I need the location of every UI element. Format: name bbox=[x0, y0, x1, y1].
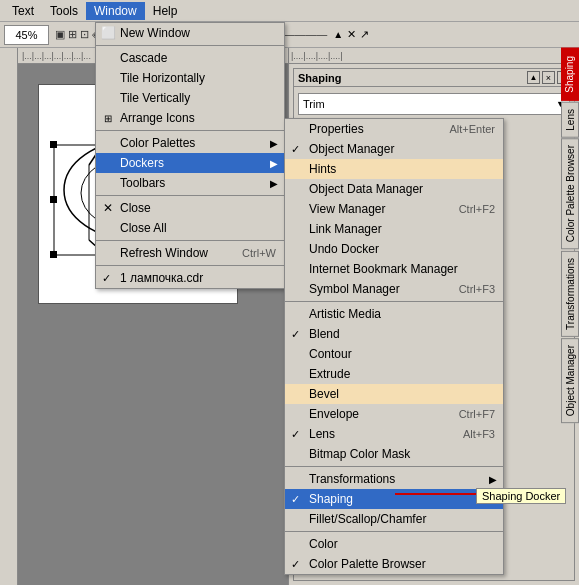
dockers-extrude[interactable]: Extrude bbox=[285, 364, 503, 384]
dockers-symbol[interactable]: Symbol Manager Ctrl+F3 bbox=[285, 279, 503, 299]
menu-tile-h[interactable]: Tile Horizontally bbox=[96, 68, 284, 88]
dockers-object-data[interactable]: Object Data Manager bbox=[285, 179, 503, 199]
close-panel-icon[interactable]: ✕ bbox=[347, 28, 356, 41]
ruler-left bbox=[0, 48, 18, 585]
vtab-object-manager[interactable]: Object Manager bbox=[561, 338, 579, 423]
toolbar: ▣ ⊞ ⊡ ◈ ◉ ✦ 300 millimeters ↠ Shaping ——… bbox=[0, 22, 579, 48]
dockers-artistic-media[interactable]: Artistic Media bbox=[285, 304, 503, 324]
menu-tools[interactable]: Tools bbox=[42, 2, 86, 20]
minimize-button[interactable]: ▲ bbox=[527, 71, 540, 84]
dockers-object-manager[interactable]: ✓ Object Manager bbox=[285, 139, 503, 159]
menu-refresh[interactable]: Refresh Window Ctrl+W bbox=[96, 243, 284, 263]
menu-toolbars[interactable]: Toolbars ▶ bbox=[96, 173, 284, 193]
dockers-blend[interactable]: ✓ Blend bbox=[285, 324, 503, 344]
dockers-sep3 bbox=[285, 531, 503, 532]
shaping-title: Shaping bbox=[298, 72, 341, 84]
dockers-contour[interactable]: Contour bbox=[285, 344, 503, 364]
blend-check-icon: ✓ bbox=[291, 328, 300, 341]
dockers-lens[interactable]: ✓ Lens Alt+F3 bbox=[285, 424, 503, 444]
menu-text[interactable]: Text bbox=[4, 2, 42, 20]
menu-close-all[interactable]: Close All bbox=[96, 218, 284, 238]
svg-rect-7 bbox=[50, 251, 57, 258]
dockers-bookmark[interactable]: Internet Bookmark Manager bbox=[285, 259, 503, 279]
dockers-color[interactable]: Color bbox=[285, 534, 503, 554]
shaping-check-icon: ✓ bbox=[291, 493, 300, 506]
menu-cascade[interactable]: Cascade bbox=[96, 48, 284, 68]
menu-color-palettes[interactable]: Color Palettes ▶ bbox=[96, 133, 284, 153]
dockers-hints[interactable]: Hints bbox=[285, 159, 503, 179]
menu-close[interactable]: ✕ Close bbox=[96, 198, 284, 218]
arrange-icons-icon: ⊞ bbox=[100, 110, 116, 126]
zoom-input[interactable] bbox=[4, 25, 49, 45]
new-window-icon: ⬜ bbox=[100, 25, 116, 41]
shaping-mode-dropdown[interactable]: Trim ▼ bbox=[298, 93, 570, 115]
color-palettes-arrow-icon: ▶ bbox=[270, 138, 278, 149]
menu-dockers[interactable]: Dockers ▶ bbox=[96, 153, 284, 173]
dockers-color-palette-browser[interactable]: ✓ Color Palette Browser bbox=[285, 554, 503, 574]
dockers-transformations[interactable]: Transformations ▶ bbox=[285, 469, 503, 489]
lens-check-icon: ✓ bbox=[291, 428, 300, 441]
vtab-color-palette-browser[interactable]: Color Palette Browser bbox=[561, 138, 579, 249]
sep3 bbox=[96, 195, 284, 196]
dockers-view-manager[interactable]: View Manager Ctrl+F2 bbox=[285, 199, 503, 219]
file1-check-icon: ✓ bbox=[102, 272, 111, 285]
right-ruler: |....|....|....|....| bbox=[289, 48, 579, 64]
close-icon: ✕ bbox=[100, 200, 116, 216]
dockers-bevel[interactable]: Bevel bbox=[285, 384, 503, 404]
sep4 bbox=[96, 240, 284, 241]
dockers-fillet[interactable]: Fillet/Scallop/Chamfer bbox=[285, 509, 503, 529]
vtab-transformations[interactable]: Transformations bbox=[561, 251, 579, 337]
dockers-link-manager[interactable]: Link Manager bbox=[285, 219, 503, 239]
sep5 bbox=[96, 265, 284, 266]
dockers-menu: Properties Alt+Enter ✓ Object Manager Hi… bbox=[284, 118, 504, 575]
shaping-header: Shaping ▲ × ↗ bbox=[294, 69, 574, 87]
dockers-sep1 bbox=[285, 301, 503, 302]
dockers-sep2 bbox=[285, 466, 503, 467]
menu-file1[interactable]: ✓ 1 лампочка.cdr bbox=[96, 268, 284, 288]
dockers-envelope[interactable]: Envelope Ctrl+F7 bbox=[285, 404, 503, 424]
vertical-tabs: Shaping Lens Color Palette Browser Trans… bbox=[561, 48, 579, 585]
dockers-shaping[interactable]: ✓ Shaping bbox=[285, 489, 503, 509]
window-menu: ⬜ New Window Cascade Tile Horizontally T… bbox=[95, 22, 285, 289]
external-icon[interactable]: ↗ bbox=[360, 28, 369, 41]
menu-arrange-icons[interactable]: ⊞ Arrange Icons bbox=[96, 108, 284, 128]
menu-tile-v[interactable]: Tile Vertically bbox=[96, 88, 284, 108]
obj-mgr-check-icon: ✓ bbox=[291, 143, 300, 156]
menu-help[interactable]: Help bbox=[145, 2, 186, 20]
shaping-mode-value: Trim bbox=[303, 98, 325, 110]
sep1 bbox=[96, 45, 284, 46]
cpb-check-icon: ✓ bbox=[291, 558, 300, 571]
pin-icon[interactable]: ▲ bbox=[333, 29, 343, 40]
shaping-docker-tooltip: Shaping Docker bbox=[476, 488, 566, 504]
vtab-shaping[interactable]: Shaping bbox=[561, 48, 579, 101]
toolbars-arrow-icon: ▶ bbox=[270, 178, 278, 189]
transform-arrow-icon: ▶ bbox=[489, 474, 497, 485]
close-docker-button[interactable]: × bbox=[542, 71, 555, 84]
svg-rect-1 bbox=[50, 141, 57, 148]
shaping-indicator-line bbox=[395, 493, 478, 495]
dockers-bitmap-color[interactable]: Bitmap Color Mask bbox=[285, 444, 503, 464]
menu-new-window[interactable]: ⬜ New Window bbox=[96, 23, 284, 43]
dockers-undo[interactable]: Undo Docker bbox=[285, 239, 503, 259]
menu-window[interactable]: Window bbox=[86, 2, 145, 20]
dockers-arrow-icon: ▶ bbox=[270, 158, 278, 169]
menu-bar: Text Tools Window Help bbox=[0, 0, 579, 22]
sep2 bbox=[96, 130, 284, 131]
vtab-lens[interactable]: Lens bbox=[561, 102, 579, 138]
dockers-properties[interactable]: Properties Alt+Enter bbox=[285, 119, 503, 139]
svg-rect-8 bbox=[50, 196, 57, 203]
